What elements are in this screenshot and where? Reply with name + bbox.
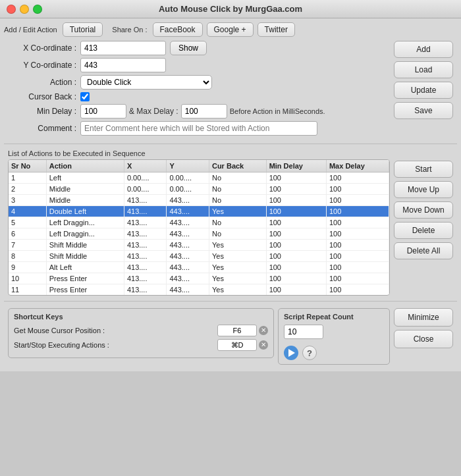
close-button-final[interactable]: Close [394, 330, 453, 348]
table-cell: 100 [266, 284, 326, 296]
table-cell: 2 [9, 184, 46, 195]
final-buttons: Minimize Close [394, 308, 453, 348]
table-row[interactable]: 1Left0.00....0.00....No100100 [9, 172, 389, 184]
show-button[interactable]: Show [170, 41, 207, 55]
table-cell: 100 [326, 273, 389, 284]
close-button[interactable] [7, 5, 16, 14]
tutorial-button[interactable]: Tutorial [63, 22, 103, 37]
table-cell: 413.... [124, 251, 167, 262]
minimize-button-final[interactable]: Minimize [394, 308, 453, 327]
list-controls: Start Move Up Move Down Delete Delete Al… [394, 159, 453, 296]
minimize-button[interactable] [20, 5, 29, 14]
y-label: Y Co-ordinate : [8, 61, 80, 70]
y-input[interactable] [80, 58, 166, 72]
shortcut-input-1[interactable] [217, 325, 257, 336]
table-cell: 100 [326, 206, 389, 217]
table-cell: Yes [209, 251, 266, 262]
max-delay-input[interactable] [181, 104, 227, 119]
window-controls[interactable] [7, 5, 42, 14]
shortcut-label-1: Get Mouse Cursor Position : [14, 327, 217, 334]
table-cell: 100 [326, 228, 389, 240]
form-right-buttons: Add Load Update Save [394, 41, 453, 138]
table-cell: 413.... [124, 217, 167, 228]
table-row[interactable]: 3Middle413....443....No100100 [9, 195, 389, 206]
start-button[interactable]: Start [394, 161, 453, 178]
load-button[interactable]: Load [394, 61, 453, 78]
table-row[interactable]: 11Press Enter413....443....Yes100100 [9, 284, 389, 296]
bottom-section: Shortcut Keys Get Mouse Cursor Position … [4, 304, 457, 367]
table-cell: 100 [266, 172, 326, 184]
min-delay-input[interactable] [80, 104, 126, 119]
th-curback: Cur Back [209, 160, 266, 172]
add-button[interactable]: Add [394, 41, 453, 58]
table-row[interactable]: 10Press Enter413....443....Yes100100 [9, 273, 389, 284]
table-cell: Double Left [46, 206, 124, 217]
table-cell: Yes [209, 284, 266, 296]
table-cell: 443.... [167, 206, 209, 217]
list-and-controls: Sr No Action X Y Cur Back Min Delay Max … [8, 159, 453, 296]
table-cell: 413.... [124, 195, 167, 206]
table-cell: No [209, 217, 266, 228]
delay-suffix: Before Action in MilliSeconds. [230, 107, 325, 115]
table-row[interactable]: 7Shift Middle413....443....Yes100100 [9, 240, 389, 251]
shortcut-label-2: Start/Stop Executing Actions : [14, 341, 217, 349]
cursor-back-label: Cursor Back : [8, 92, 80, 101]
table-cell: 100 [266, 251, 326, 262]
table-cell: Alt Left [46, 262, 124, 273]
actions-table-container: Sr No Action X Y Cur Back Min Delay Max … [8, 159, 390, 296]
table-row[interactable]: 9Alt Left413....443....Yes100100 [9, 262, 389, 273]
table-cell: Yes [209, 262, 266, 273]
table-row[interactable]: 8Shift Middle413....443....Yes100100 [9, 251, 389, 262]
shortcut-row-1: Get Mouse Cursor Position : ✕ [14, 325, 268, 336]
table-cell: 8 [9, 251, 46, 262]
table-cell: 6 [9, 228, 46, 240]
share-on-label: Share On : [112, 26, 147, 34]
cursor-back-checkbox[interactable] [80, 92, 90, 101]
shortcut-input-2[interactable] [217, 339, 257, 351]
delete-all-button[interactable]: Delete All [394, 242, 453, 259]
x-input[interactable] [80, 41, 166, 55]
comment-row: Comment : [8, 121, 385, 136]
play-button[interactable] [284, 346, 298, 360]
comment-label: Comment : [8, 124, 80, 133]
table-cell: 443.... [167, 240, 209, 251]
move-up-button[interactable]: Move Up [394, 181, 453, 198]
table-cell: 443.... [167, 195, 209, 206]
delete-button[interactable]: Delete [394, 222, 453, 239]
table-cell: 413.... [124, 262, 167, 273]
list-title: List of Actions to be Executed in Sequen… [8, 149, 453, 157]
update-button[interactable]: Update [394, 82, 453, 99]
facebook-button[interactable]: FaceBook [153, 22, 203, 37]
table-row[interactable]: 2Middle0.00....0.00....No100100 [9, 184, 389, 195]
shortcut-clear-2[interactable]: ✕ [259, 340, 268, 350]
actions-table: Sr No Action X Y Cur Back Min Delay Max … [9, 160, 389, 295]
help-button[interactable]: ? [302, 346, 317, 360]
y-row: Y Co-ordinate : [8, 58, 385, 72]
google-button[interactable]: Google + [207, 22, 254, 37]
table-row[interactable]: 4Double Left413....443....Yes100100 [9, 206, 389, 217]
twitter-button[interactable]: Twitter [258, 22, 295, 37]
table-cell: 10 [9, 273, 46, 284]
action-select[interactable]: Double Click Single Click Right Click [80, 75, 212, 90]
table-row[interactable]: 5Left Draggin...413....443....No100100 [9, 217, 389, 228]
table-row[interactable]: 6Left Draggin...413....443....No100100 [9, 228, 389, 240]
max-delay-label: & Max Delay : [129, 107, 178, 116]
script-repeat-input[interactable] [284, 325, 323, 339]
add-edit-label: Add / Edit Action [4, 26, 57, 34]
table-cell: 100 [326, 217, 389, 228]
shortcut-clear-1[interactable]: ✕ [259, 326, 268, 335]
action-row: Action : Double Click Single Click Right… [8, 75, 385, 90]
table-cell: 100 [266, 184, 326, 195]
comment-input[interactable] [80, 121, 317, 136]
table-cell: Middle [46, 195, 124, 206]
move-down-button[interactable]: Move Down [394, 201, 453, 219]
save-button[interactable]: Save [394, 102, 453, 119]
maximize-button[interactable] [33, 5, 42, 14]
table-cell: 0.00.... [167, 184, 209, 195]
table-cell: 1 [9, 172, 46, 184]
table-cell: Yes [209, 206, 266, 217]
table-cell: 100 [326, 284, 389, 296]
script-bottom: ? [284, 346, 384, 360]
table-cell: 3 [9, 195, 46, 206]
form-section: X Co-ordinate : Show Y Co-ordinate : Act… [4, 41, 457, 141]
